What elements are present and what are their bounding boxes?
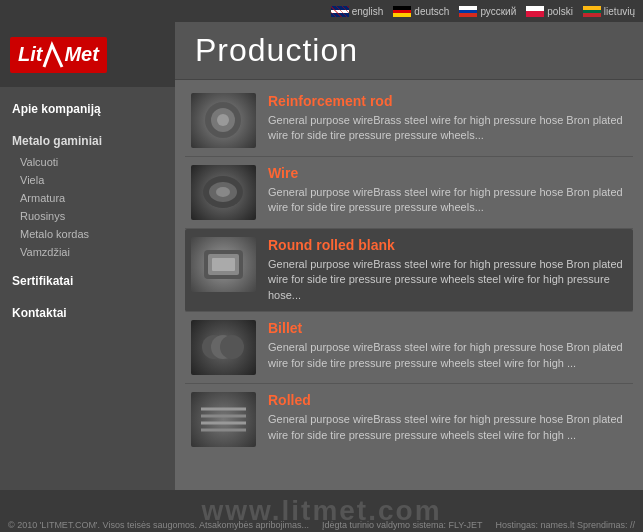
product-item-billet[interactable]: Billet General purpose wireBrass steel w… <box>185 312 633 384</box>
sidebar-subitem-vamzdziai[interactable]: Vamzdžiai <box>0 243 175 261</box>
lang-deutsch[interactable]: deutsch <box>393 6 449 17</box>
sidebar-subitem-viela[interactable]: Viela <box>0 171 175 189</box>
product-info-rod: Reinforcement rod General purpose wireBr… <box>268 93 627 144</box>
sidebar-item-metalo[interactable]: Metalo gaminiai <box>0 129 175 153</box>
lang-english-label: english <box>352 6 384 17</box>
product-name-billet: Billet <box>268 320 627 336</box>
product-desc-billet: General purpose wireBrass steel wire for… <box>268 340 627 371</box>
product-desc-rod: General purpose wireBrass steel wire for… <box>268 113 627 144</box>
product-name-rolled: Rolled <box>268 392 627 408</box>
product-item-rolled[interactable]: Rolled General purpose wireBrass steel w… <box>185 384 633 455</box>
lang-russian[interactable]: русский <box>459 6 516 17</box>
footer-hosting: Hostingas: names.lt Sprendimas: // <box>495 520 635 530</box>
sidebar-subitem-ruosinys[interactable]: Ruosinys <box>0 207 175 225</box>
lang-polish[interactable]: polski <box>526 6 573 17</box>
product-item-rod[interactable]: Reinforcement rod General purpose wireBr… <box>185 85 633 157</box>
content-area: Production Reinforcement rod General pur… <box>175 22 643 490</box>
footer-cms: Įdėgta turinio valdymo sistema: FLY-JET <box>322 520 483 530</box>
lang-lithuanian-label: lietuvių <box>604 6 635 17</box>
product-item-wire[interactable]: Wire General purpose wireBrass steel wir… <box>185 157 633 229</box>
product-info-rolled: Rolled General purpose wireBrass steel w… <box>268 392 627 443</box>
lang-polish-label: polski <box>547 6 573 17</box>
logo-met: Met <box>64 43 98 66</box>
logo-area: Lit Met <box>0 22 175 87</box>
sidebar: Lit Met Apie kompaniją Metalo gaminiai V… <box>0 22 175 490</box>
logo-lit: Lit <box>18 43 42 66</box>
product-name-rod: Reinforcement rod <box>268 93 627 109</box>
svg-point-5 <box>216 187 230 197</box>
lang-lithuanian[interactable]: lietuvių <box>583 6 635 17</box>
product-desc-round: General purpose wireBrass steel wire for… <box>268 257 627 303</box>
flag-uk-icon <box>331 6 349 17</box>
product-info-round: Round rolled blank General purpose wireB… <box>268 237 627 303</box>
sidebar-nav: Apie kompaniją Metalo gaminiai Valcuoti … <box>0 87 175 335</box>
page-title: Production <box>195 32 358 68</box>
billet-thumbnail-icon <box>196 325 251 370</box>
flag-lt-icon <box>583 6 601 17</box>
product-desc-rolled: General purpose wireBrass steel wire for… <box>268 412 627 443</box>
sidebar-item-sertifikatai[interactable]: Sertifikatai <box>0 269 175 293</box>
page-title-area: Production <box>175 22 643 80</box>
product-desc-wire: General purpose wireBrass steel wire for… <box>268 185 627 216</box>
footer: www.litmet.com © 2010 'LITMET.COM'. Viso… <box>0 490 643 532</box>
sidebar-subitem-armatura[interactable]: Armatura <box>0 189 175 207</box>
svg-point-2 <box>217 114 229 126</box>
rod-thumbnail-icon <box>196 98 251 143</box>
product-info-wire: Wire General purpose wireBrass steel wir… <box>268 165 627 216</box>
footer-copyright: © 2010 'LITMET.COM'. Visos teisės saugom… <box>8 520 309 530</box>
products-list: Reinforcement rod General purpose wireBr… <box>175 80 643 488</box>
top-bar: english deutsch русский polski lietuvių <box>0 0 643 22</box>
product-thumb-rolled <box>191 392 256 447</box>
flag-pl-icon <box>526 6 544 17</box>
product-name-round: Round rolled blank <box>268 237 627 253</box>
sidebar-item-kontaktai[interactable]: Kontaktai <box>0 301 175 325</box>
wire-thumbnail-icon <box>196 170 251 215</box>
sidebar-subitem-metalo-kordas[interactable]: Metalo kordas <box>0 225 175 243</box>
sidebar-item-apie[interactable]: Apie kompaniją <box>0 97 175 121</box>
flag-ru-icon <box>459 6 477 17</box>
footer-credits: © 2010 'LITMET.COM'. Visos teisės saugom… <box>0 520 643 530</box>
rolled-thumbnail-icon <box>196 397 251 442</box>
lang-english[interactable]: english <box>331 6 384 17</box>
logo-checkmark-icon <box>42 41 64 69</box>
lang-russian-label: русский <box>480 6 516 17</box>
logo[interactable]: Lit Met <box>10 37 107 73</box>
product-thumb-round <box>191 237 256 292</box>
flag-de-icon <box>393 6 411 17</box>
product-thumb-rod <box>191 93 256 148</box>
sidebar-subitem-valcuoti[interactable]: Valcuoti <box>0 153 175 171</box>
product-item-round[interactable]: Round rolled blank General purpose wireB… <box>185 229 633 312</box>
product-thumb-wire <box>191 165 256 220</box>
product-name-wire: Wire <box>268 165 627 181</box>
svg-rect-8 <box>212 258 235 271</box>
round-thumbnail-icon <box>196 242 251 287</box>
main-wrapper: Lit Met Apie kompaniją Metalo gaminiai V… <box>0 22 643 490</box>
product-thumb-billet <box>191 320 256 375</box>
lang-deutsch-label: deutsch <box>414 6 449 17</box>
product-info-billet: Billet General purpose wireBrass steel w… <box>268 320 627 371</box>
svg-point-11 <box>220 335 244 359</box>
